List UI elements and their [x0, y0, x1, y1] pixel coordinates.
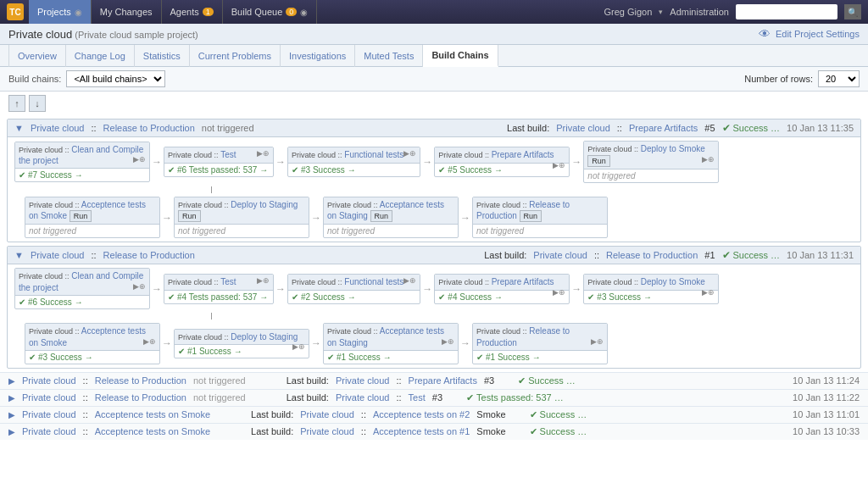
- collapsed-row-2-lastbuild-project[interactable]: Private cloud: [336, 392, 390, 403]
- chain-2-node-prepare-title: Private cloud :: Prepare Artifacts ▶⊕: [435, 275, 569, 291]
- collapsed-row-4-lastbuild-name[interactable]: Acceptence tests on #1: [373, 426, 470, 436]
- nav-tab-agents[interactable]: Agents 1: [162, 0, 223, 24]
- chain-1-name-link[interactable]: Release to Production: [103, 123, 195, 133]
- chain-1-status-label: Success: [733, 123, 769, 133]
- chain-2-node-functional-status: ✔ #2 Success →: [288, 291, 420, 303]
- collapsed-row-3-lastbuild-name[interactable]: Acceptence tests on #2: [373, 409, 470, 419]
- collapsed-row-2-build-status: ✔ Tests passed: 537 …: [466, 392, 564, 403]
- chain-1-row-1: Private cloud :: Clean and Compile the p…: [8, 137, 860, 186]
- chain-1-node-release-run[interactable]: Run: [520, 210, 542, 222]
- chain-2-node-acceptence-smoke-title: Private cloud :: Acceptence tests on Smo…: [25, 324, 159, 351]
- chain-1-node-functional-arrow: →: [348, 165, 356, 175]
- collapsed-row-2-name[interactable]: Release to Production: [95, 392, 186, 403]
- arrow-6: →: [311, 212, 321, 224]
- nav-tab-mychanges[interactable]: My Changes: [92, 0, 162, 24]
- tab-statistics[interactable]: Statistics: [135, 45, 190, 67]
- collapsed-row-4-name[interactable]: Acceptence tests on Smoke: [95, 426, 210, 436]
- expand-all-button[interactable]: ↑: [8, 95, 25, 112]
- collapsed-row-2-lastbuild-name[interactable]: Test: [409, 392, 426, 403]
- collapsed-row-3-sep: ::: [83, 409, 88, 419]
- chain-1-lastbuild-project[interactable]: Private cloud: [556, 123, 610, 133]
- chain-1-node-functional-text: #3 Success: [301, 165, 345, 175]
- chain-1-node-deploy-staging-run[interactable]: Run: [178, 210, 201, 222]
- collapsed-row-2-lastbuild-label: Last build:: [287, 392, 329, 403]
- chains-select[interactable]: <All build chains>: [66, 70, 165, 87]
- collapsed-row-4-lastbuild-project[interactable]: Private cloud: [300, 426, 354, 436]
- chain-2-status-badge: ✔ Success …: [722, 249, 781, 261]
- chain-1-node-test-status: ✔ #6 Tests passed: 537 →: [164, 164, 273, 176]
- collapsed-row-2-project[interactable]: Private cloud: [22, 392, 76, 403]
- arrow-1: →: [152, 156, 162, 168]
- chain-2-compile-icon: ✔: [19, 297, 25, 307]
- chain-1-status-badge: ✔ Success …: [722, 122, 781, 134]
- chain-1-project-link[interactable]: Private cloud: [31, 123, 85, 133]
- tab-currentproblems[interactable]: Current Problems: [190, 45, 281, 67]
- collapsed-row-4-project[interactable]: Private cloud: [22, 426, 76, 436]
- chain-2-acceptance-staging-arrow: →: [383, 353, 392, 362]
- chain-1-node-deploy-smoke-run[interactable]: Run: [587, 155, 610, 167]
- nav-tab-projects-label: Projects: [37, 7, 71, 17]
- nav-right: Greg Gigon ▾ Administration 🔍: [604, 4, 861, 19]
- chain-1-node-deploy-staging-title: Private cloud :: Deploy to Staging Run: [175, 197, 309, 225]
- collapsed-row-3-lastbuild-project[interactable]: Private cloud: [300, 409, 354, 419]
- chain-1-node-deploy-smoke-title: Private cloud :: Deploy to Smoke Run ▶⊕: [584, 142, 718, 169]
- chain-2-project-link[interactable]: Private cloud: [31, 250, 85, 260]
- chain-2-lastbuild-name[interactable]: Release to Production: [606, 250, 698, 260]
- expand-chain-1-icon[interactable]: ▼: [14, 123, 24, 133]
- nav-admin[interactable]: Administration: [670, 7, 729, 17]
- chain-2-functional-text: #2 Success: [301, 292, 345, 302]
- collapsed-row-1-name[interactable]: Release to Production: [95, 375, 186, 386]
- chain-2-node-acceptance-staging: Private cloud :: Acceptance tests on Sta…: [323, 323, 459, 364]
- chain-1-header: ▼ Private cloud :: Release to Production…: [8, 119, 860, 137]
- collapsed-row-3-name[interactable]: Acceptence tests on Smoke: [95, 409, 210, 419]
- chain-2-deploy-staging-text: #1 Success: [187, 347, 231, 356]
- collapsed-row-3-build-status-text: Success: [540, 409, 576, 419]
- chain-1-node-prepare-icon: ✔: [438, 165, 445, 175]
- chain-2-node-test-status: ✔ #4 Tests passed: 537 →: [164, 291, 273, 303]
- nav-tab-buildqueue[interactable]: Build Queue 0 ◉: [223, 0, 318, 24]
- chain-2-lastbuild-project[interactable]: Private cloud: [533, 250, 587, 260]
- chain-2-test-text: #4 Tests passed: 537: [177, 292, 257, 302]
- expand-row-4-icon[interactable]: ▶: [8, 427, 15, 436]
- chain-1-node-test: Private cloud :: Test ▶⊕ ✔ #6 Tests pass…: [164, 147, 274, 177]
- collapse-all-button[interactable]: ↓: [29, 95, 46, 112]
- chain-2-release-icon: ✔: [476, 353, 483, 362]
- tab-buildchains[interactable]: Build Chains: [423, 45, 498, 67]
- chain-1-lastbuild-name[interactable]: Prepare Artifacts: [629, 123, 698, 133]
- tab-investigations[interactable]: Investigations: [281, 45, 355, 67]
- tab-overview[interactable]: Overview: [8, 45, 66, 67]
- chain-2-acceptance-staging-text: #1 Success: [337, 353, 381, 362]
- nav-tab-projects[interactable]: Projects ◉: [29, 0, 92, 24]
- collapsed-row-3-project[interactable]: Private cloud: [22, 409, 76, 419]
- chain-1-node-acceptence-smoke-title: Private cloud :: Acceptence tests on Smo…: [25, 197, 159, 225]
- expand-chain-2-icon[interactable]: ▼: [14, 250, 24, 260]
- collapsed-row-1-project[interactable]: Private cloud: [22, 375, 76, 386]
- collapsed-row-4-lastbuild-sep: ::: [361, 426, 366, 436]
- expand-row-2-icon[interactable]: ▶: [8, 393, 15, 403]
- chain-2-node-deploy-smoke-title: Private cloud :: Deploy to Smoke ▶⊕: [584, 275, 718, 291]
- nav-search-button[interactable]: 🔍: [844, 4, 861, 19]
- chain-1-node-acceptence-smoke-run[interactable]: Run: [70, 210, 92, 222]
- eye-icon[interactable]: 👁: [759, 27, 771, 41]
- tab-changelog[interactable]: Change Log: [66, 45, 135, 67]
- c2-arrow-2: →: [275, 283, 286, 295]
- collapsed-row-1-lastbuild-project[interactable]: Private cloud: [336, 375, 390, 386]
- collapsed-row-4-build-status-icon: ✔: [530, 426, 537, 437]
- chain-2-lastbuild-num: #1: [704, 250, 715, 260]
- chain-1-node-functional-title: Private cloud :: Functional tests ▶⊕: [288, 147, 420, 164]
- nav-user-arrow: ▾: [659, 8, 663, 16]
- collapsed-row-1-lastbuild-name[interactable]: Prepare Artifacts: [409, 375, 477, 386]
- tab-mutedtests[interactable]: Muted Tests: [355, 45, 423, 67]
- rows-select[interactable]: 20 10 50 100: [818, 70, 860, 87]
- chain-2-node-acceptance-staging-status: ✔ #1 Success →: [324, 351, 458, 364]
- nav-search-input[interactable]: [736, 4, 837, 19]
- tc-logo[interactable]: TC: [7, 3, 24, 20]
- chain-1-node-acceptence-smoke-text: not triggered: [29, 226, 76, 236]
- branch-connector-2: [8, 313, 860, 319]
- c2-arrow-1: →: [152, 283, 162, 295]
- chain-2-name-link[interactable]: Release to Production: [103, 250, 195, 260]
- expand-row-1-icon[interactable]: ▶: [8, 376, 15, 386]
- chain-1-node-acceptance-staging-run[interactable]: Run: [370, 210, 393, 222]
- edit-project-settings-link[interactable]: Edit Project Settings: [776, 29, 860, 39]
- expand-row-3-icon[interactable]: ▶: [8, 410, 15, 419]
